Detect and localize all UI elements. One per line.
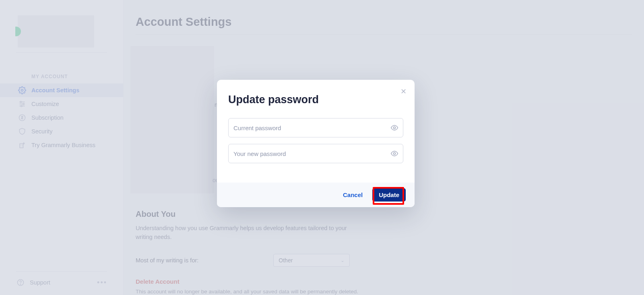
- current-password-input[interactable]: [228, 118, 403, 137]
- update-button[interactable]: Update: [372, 188, 406, 202]
- modal-footer: Cancel Update: [217, 183, 415, 207]
- new-password-input[interactable]: [228, 144, 403, 163]
- eye-icon[interactable]: [390, 150, 398, 158]
- eye-icon[interactable]: [390, 124, 398, 132]
- svg-point-11: [394, 127, 396, 129]
- cancel-button[interactable]: Cancel: [338, 188, 367, 202]
- modal-title: Update password: [228, 93, 403, 106]
- update-password-modal: ✕ Update password Cancel Update: [217, 80, 415, 207]
- svg-point-12: [394, 153, 396, 155]
- close-icon[interactable]: ✕: [400, 88, 407, 95]
